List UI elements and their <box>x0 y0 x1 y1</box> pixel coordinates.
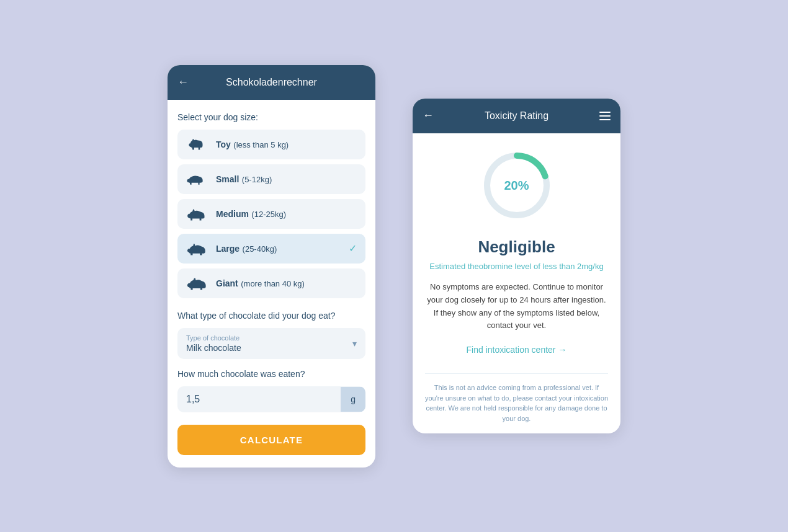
dropdown-value: Milk chocolate <box>186 343 357 353</box>
amount-input[interactable] <box>177 386 341 412</box>
chocolate-type-dropdown[interactable]: Type of chocolate Milk chocolate ▾ <box>177 328 365 359</box>
dog-size-toy[interactable]: Toy (less than 5 kg) <box>177 130 365 159</box>
toxicity-level: Negligible <box>478 237 555 257</box>
menu-button[interactable] <box>599 112 611 120</box>
chocolate-section: What type of chocolate did your dog eat?… <box>177 311 365 359</box>
left-panel: ← Schokoladenrechner Select your dog siz… <box>168 65 375 468</box>
right-panel: ← Toxicity Rating 20% Negligible Estimat… <box>413 99 620 433</box>
small-label: Small (5-12kg) <box>216 174 272 185</box>
medium-dog-icon <box>186 205 208 223</box>
dog-size-medium[interactable]: Medium (12-25kg) <box>177 199 365 229</box>
amount-section: How much chocolate was eaten? g <box>177 369 365 412</box>
large-label: Large (25-40kg) <box>216 243 277 254</box>
dog-size-small[interactable]: Small (5-12kg) <box>177 164 365 194</box>
menu-line-2 <box>599 115 611 117</box>
donut-percentage: 20% <box>504 178 529 192</box>
small-dog-icon <box>186 171 208 188</box>
left-back-button[interactable]: ← <box>177 76 189 89</box>
medium-label: Medium (12-25kg) <box>216 208 286 219</box>
disclaimer-text: This is not an advice coming from a prof… <box>425 373 608 423</box>
giant-dog-icon <box>186 275 208 292</box>
dog-size-options: Toy (less than 5 kg) Small (5-12kg) <box>177 130 365 298</box>
toxicity-subtitle: Estimated theobromine level of less than… <box>429 262 603 271</box>
chocolate-label: What type of chocolate did your dog eat? <box>177 311 365 321</box>
right-back-button[interactable]: ← <box>423 109 434 122</box>
left-panel-title: Schokoladenrechner <box>226 77 317 88</box>
calculate-button[interactable]: CALCULATE <box>177 425 365 455</box>
toxicity-chart: 20% <box>480 148 554 223</box>
toy-dog-icon <box>186 136 208 153</box>
chevron-down-icon: ▾ <box>352 339 357 348</box>
giant-label: Giant (more than 40 kg) <box>216 278 305 289</box>
right-header: ← Toxicity Rating <box>413 99 620 133</box>
right-panel-title: Toxicity Rating <box>485 110 548 122</box>
selected-check-icon: ✓ <box>349 242 357 254</box>
unit-label: g <box>341 387 365 412</box>
dog-size-giant[interactable]: Giant (more than 40 kg) <box>177 268 365 298</box>
menu-line-3 <box>599 119 611 120</box>
dog-size-label: Select your dog size: <box>177 112 365 122</box>
toy-label: Toy (less than 5 kg) <box>216 139 289 150</box>
large-dog-icon <box>186 240 208 257</box>
menu-line-1 <box>599 112 611 113</box>
find-intoxication-center-link[interactable]: Find intoxication center → <box>467 345 567 355</box>
toxicity-description: No symptoms are expected. Continue to mo… <box>425 281 608 332</box>
amount-label: How much chocolate was eaten? <box>177 369 365 379</box>
right-body: 20% Negligible Estimated theobromine lev… <box>413 133 620 433</box>
left-header: ← Schokoladenrechner <box>168 65 375 100</box>
dropdown-label: Type of chocolate <box>186 334 357 342</box>
dog-size-large[interactable]: Large (25-40kg) ✓ <box>177 234 365 264</box>
amount-input-wrapper: g <box>177 386 365 412</box>
left-body: Select your dog size: Toy (less than 5 k… <box>168 100 375 468</box>
